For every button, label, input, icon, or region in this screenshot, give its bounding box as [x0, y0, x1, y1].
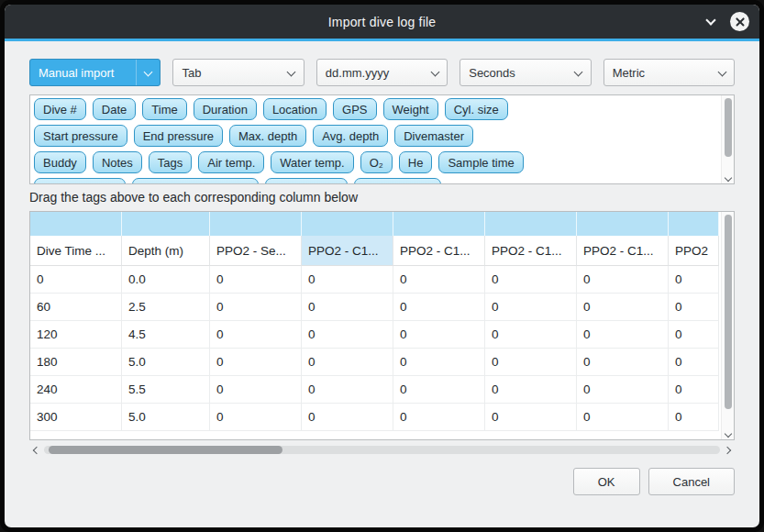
drop-target-cell[interactable]	[577, 212, 669, 236]
combo-units[interactable]: Metric	[603, 59, 735, 86]
combo-duration-format[interactable]: Seconds	[460, 59, 591, 86]
close-button[interactable]	[730, 12, 749, 31]
table-cell[interactable]: 5.0	[122, 349, 210, 376]
column-header[interactable]: PPO2 - C1...	[302, 236, 393, 266]
hscroll-thumb[interactable]	[49, 446, 282, 454]
tag-air-temp[interactable]: Air temp.	[198, 151, 264, 173]
table-cell[interactable]: 0	[669, 404, 719, 431]
table-cell[interactable]: 0	[210, 376, 302, 404]
tag-weight[interactable]: Weight	[383, 98, 438, 120]
table-cell[interactable]: 0	[393, 294, 485, 321]
drop-target-cell[interactable]	[485, 212, 577, 236]
table-cell[interactable]: 0	[302, 404, 393, 431]
table-cell[interactable]: 5.5	[122, 376, 210, 404]
table-cell[interactable]: 240	[30, 376, 122, 404]
table-cell[interactable]: 0	[485, 349, 577, 376]
table-cell[interactable]: 5.0	[122, 404, 210, 431]
drop-target-cell[interactable]	[302, 212, 393, 236]
table-cell[interactable]: 120	[30, 321, 122, 349]
table-cell[interactable]: 0.0	[122, 266, 210, 294]
table-cell[interactable]: 0	[302, 294, 393, 321]
tag-cyl-size[interactable]: Cyl. size	[445, 98, 508, 120]
table-cell[interactable]: 0	[302, 321, 393, 349]
tag-water-temp[interactable]: Water temp.	[271, 151, 353, 173]
column-header[interactable]: PPO2 - C1...	[577, 236, 669, 266]
table-horizontal-scrollbar[interactable]	[29, 443, 735, 457]
tag-date[interactable]: Date	[93, 98, 136, 120]
tag-o[interactable]: O₂	[360, 151, 393, 173]
table-cell[interactable]: 0	[302, 266, 393, 294]
table-cell[interactable]: 0	[577, 376, 669, 404]
table-cell[interactable]: 2.5	[122, 294, 210, 321]
table-cell[interactable]: 0	[30, 266, 122, 294]
table-cell[interactable]: 0	[577, 321, 669, 349]
table-cell[interactable]: 0	[577, 404, 669, 431]
column-header[interactable]: PPO2	[669, 236, 719, 266]
table-cell[interactable]: 0	[485, 404, 577, 431]
tag-gps[interactable]: GPS	[333, 98, 376, 120]
column-header[interactable]: Dive Time ...	[30, 236, 122, 266]
tag-sample-depth[interactable]: Sample depth	[34, 178, 126, 184]
table-cell[interactable]: 0	[210, 404, 302, 431]
tag-time[interactable]: Time	[142, 98, 186, 120]
table-cell[interactable]: 0	[577, 294, 669, 321]
table-cell[interactable]: 0	[485, 294, 577, 321]
drop-target-cell[interactable]	[210, 212, 302, 236]
tag-location[interactable]: Location	[263, 98, 327, 120]
scroll-right-button[interactable]	[720, 448, 735, 453]
tag-sample-cns[interactable]: Sample CNS	[354, 178, 441, 184]
ok-button[interactable]: OK	[573, 468, 640, 495]
table-cell[interactable]: 300	[30, 404, 122, 431]
drop-target-cell[interactable]	[30, 212, 122, 236]
combo-date-format[interactable]: dd.mm.yyyy	[316, 59, 448, 86]
shade-button[interactable]	[703, 14, 719, 30]
table-cell[interactable]: 0	[577, 349, 669, 376]
column-header[interactable]: Depth (m)	[122, 236, 210, 266]
drop-target-cell[interactable]	[122, 212, 210, 236]
drop-target-cell[interactable]	[393, 212, 485, 236]
table-cell[interactable]: 0	[577, 266, 669, 294]
tag-sample-time[interactable]: Sample time	[438, 151, 523, 173]
table-cell[interactable]: 0	[485, 376, 577, 404]
table-cell[interactable]: 4.5	[122, 321, 210, 349]
drop-target-cell[interactable]	[669, 212, 719, 236]
table-scrollbar[interactable]	[721, 212, 734, 439]
table-cell[interactable]: 0	[669, 321, 719, 349]
table-cell[interactable]: 0	[393, 404, 485, 431]
column-header[interactable]: PPO2 - C1...	[485, 236, 577, 266]
tag-max-depth[interactable]: Max. depth	[229, 125, 306, 147]
table-cell[interactable]: 0	[669, 294, 719, 321]
table-cell[interactable]: 0	[210, 321, 302, 349]
tag-sample-temperature[interactable]: Sample temperature	[132, 178, 259, 184]
scroll-down-button[interactable]	[722, 175, 734, 181]
tag-end-pressure[interactable]: End pressure	[134, 125, 223, 147]
table-cell[interactable]: 0	[485, 321, 577, 349]
cancel-button[interactable]: Cancel	[648, 468, 735, 495]
column-header[interactable]: PPO2 - Se...	[210, 236, 302, 266]
table-cell[interactable]: 0	[393, 266, 485, 294]
tag-he[interactable]: He	[399, 151, 433, 173]
combo-field-separator[interactable]: Tab	[172, 59, 304, 86]
table-cell[interactable]: 60	[30, 294, 122, 321]
tag-dive[interactable]: Dive #	[34, 98, 86, 120]
table-cell[interactable]: 0	[485, 266, 577, 294]
combo-import-mode[interactable]: Manual import	[29, 59, 161, 86]
tag-tags[interactable]: Tags	[149, 151, 192, 173]
titlebar[interactable]: Import dive log file	[5, 5, 759, 39]
table-cell[interactable]: 0	[669, 266, 719, 294]
table-cell[interactable]: 0	[393, 321, 485, 349]
tag-start-pressure[interactable]: Start pressure	[34, 125, 127, 147]
tag-buddy[interactable]: Buddy	[34, 151, 86, 173]
scroll-left-button[interactable]	[29, 448, 44, 453]
table-cell[interactable]: 180	[30, 349, 122, 376]
hscroll-track[interactable]	[44, 446, 720, 454]
tag-scrollbar[interactable]	[721, 95, 734, 183]
table-cell[interactable]: 0	[302, 349, 393, 376]
table-cell[interactable]: 0	[669, 349, 719, 376]
table-cell[interactable]: 0	[393, 376, 485, 404]
scroll-down-button[interactable]	[722, 431, 734, 437]
table-cell[interactable]: 0	[210, 349, 302, 376]
table-cell[interactable]: 0	[302, 376, 393, 404]
tag-scrollbar-thumb[interactable]	[725, 98, 732, 157]
tag-duration[interactable]: Duration	[194, 98, 257, 120]
